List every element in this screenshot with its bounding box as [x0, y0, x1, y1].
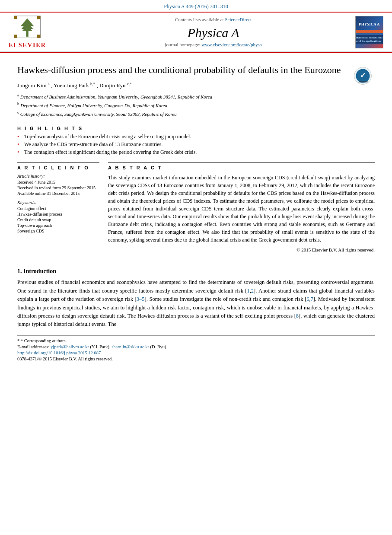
- abstract-title: A B S T R A C T: [108, 165, 375, 170]
- svg-text:✓: ✓: [360, 72, 366, 79]
- elsevier-tree-icon: [12, 15, 42, 41]
- date-received: Received 4 June 2015: [17, 180, 99, 185]
- elsevier-logo: ELSEVIER: [9, 15, 46, 49]
- footnote-emails: E-mail addresses: yjpark@hallym.ac.kr (Y…: [17, 344, 375, 349]
- main-content: Hawkes-diffusion process and the conditi…: [0, 53, 392, 369]
- physica-thumbnail: PHYSICA A statistical mechanicsand its a…: [355, 16, 383, 48]
- keywords-label: Keywords:: [17, 200, 99, 205]
- highlight-item-3: The contagion effect is significant duri…: [17, 149, 375, 156]
- introduction-section: 1. Introduction Previous studies of fina…: [17, 266, 375, 328]
- keyword-1: Contagion effect: [17, 206, 99, 211]
- footnotes: * * Corresponding authors. E-mail addres…: [17, 335, 375, 361]
- sciencedirect-link[interactable]: ScienceDirect: [225, 17, 252, 22]
- elsevier-brand: ELSEVIER: [9, 42, 46, 49]
- journal-header: ELSEVIER Contents lists available at Sci…: [0, 12, 392, 52]
- svg-rect-6: [37, 16, 40, 19]
- article-info-title: A R T I C L E I N F O: [17, 165, 99, 170]
- doi-link[interactable]: http://dx.doi.org/10.1016/j.physa.2015.1…: [17, 350, 101, 355]
- intro-heading: 1. Introduction: [17, 268, 375, 275]
- intro-paragraph-1: Previous studies of financial economics …: [17, 278, 375, 328]
- sciencedirect-line: Contents lists available at ScienceDirec…: [175, 17, 252, 22]
- crossmark-icon: ✓ CrossMark: [353, 66, 373, 86]
- highlight-item-1: Top-down analysis of the Eurozone debt c…: [17, 134, 375, 140]
- affiliation-a: a Department of Business Administration,…: [17, 92, 375, 100]
- article-title: Hawkes-diffusion process and the conditi…: [17, 64, 375, 76]
- affiliation-b: b Department of Finance, Hallym Universi…: [17, 101, 375, 109]
- affiliations: a Department of Business Administration,…: [17, 92, 375, 118]
- homepage-link[interactable]: www.elsevier.com/locate/physa: [201, 42, 261, 47]
- article-info-abstract: A R T I C L E I N F O Article history: R…: [17, 162, 375, 252]
- title-area: Hawkes-diffusion process and the conditi…: [17, 64, 375, 76]
- svg-text:CrossMark: CrossMark: [357, 80, 368, 83]
- crossmark: ✓ CrossMark: [351, 64, 375, 88]
- keyword-2: Hawkes-diffusion process: [17, 212, 99, 217]
- email-park[interactable]: yjpark@hallym.ac.kr: [51, 344, 89, 349]
- section-divider: [17, 259, 375, 259]
- journal-thumbnail: PHYSICA A statistical mechanicsand its a…: [349, 15, 383, 49]
- keyword-5: Sovereign CDS: [17, 229, 99, 233]
- keyword-3: Credit default swap: [17, 217, 99, 222]
- keywords-section: Keywords: Contagion effect Hawkes-diffus…: [17, 200, 99, 233]
- page: Physica A 449 (2016) 301–310: [0, 0, 392, 535]
- date-online: Available online 31 December 2015: [17, 191, 99, 196]
- highlights-section: H I G H L I G H T S Top-down analysis of…: [17, 123, 375, 156]
- journal-citation: Physica A 449 (2016) 301–310: [164, 3, 228, 10]
- svg-rect-7: [14, 35, 17, 38]
- journal-name: Physica A: [187, 25, 239, 40]
- article-info: A R T I C L E I N F O Article history: R…: [17, 162, 99, 233]
- copyright: © 2015 Elsevier B.V. All rights reserved…: [108, 247, 375, 252]
- journal-center: Contents lists available at ScienceDirec…: [78, 15, 349, 49]
- highlights-list: Top-down analysis of the Eurozone debt c…: [17, 134, 375, 156]
- svg-rect-5: [14, 16, 17, 19]
- abstract-col: A B S T R A C T This study examines mark…: [108, 162, 375, 252]
- history-label: Article history:: [17, 174, 99, 178]
- svg-rect-8: [37, 35, 40, 38]
- email-ryu[interactable]: sharnjin@skku.ac.kr: [112, 344, 149, 349]
- affiliation-c: c College of Economics, Sungkyunkwan Uni…: [17, 110, 375, 118]
- highlights-title: H I G H L I G H T S: [17, 126, 375, 131]
- elsevier-logo-area: ELSEVIER: [9, 15, 78, 49]
- journal-citation-bar: Physica A 449 (2016) 301–310: [0, 0, 392, 12]
- article-history: Article history: Received 4 June 2015 Re…: [17, 174, 99, 196]
- authors-line: Jungmu Kim a , Yuen Jung Park b,* , Dooj…: [17, 82, 375, 89]
- date-revised: Received in revised form 29 September 20…: [17, 185, 99, 190]
- footnote-issn: 0378-4371/© 2015 Elsevier B.V. All right…: [17, 357, 375, 361]
- article-info-col: A R T I C L E I N F O Article history: R…: [17, 162, 99, 252]
- homepage-line: journal homepage: www.elsevier.com/locat…: [165, 42, 261, 47]
- highlight-item-2: We analyze the CDS term-structure data o…: [17, 141, 375, 148]
- footnote-doi: http://dx.doi.org/10.1016/j.physa.2015.1…: [17, 350, 375, 355]
- abstract-text: This study examines market information e…: [108, 174, 375, 244]
- abstract-section: A B S T R A C T This study examines mark…: [108, 162, 375, 252]
- svg-rect-1: [26, 31, 29, 37]
- footnote-star: * * Corresponding authors.: [17, 338, 375, 343]
- keyword-4: Top-down approach: [17, 223, 99, 228]
